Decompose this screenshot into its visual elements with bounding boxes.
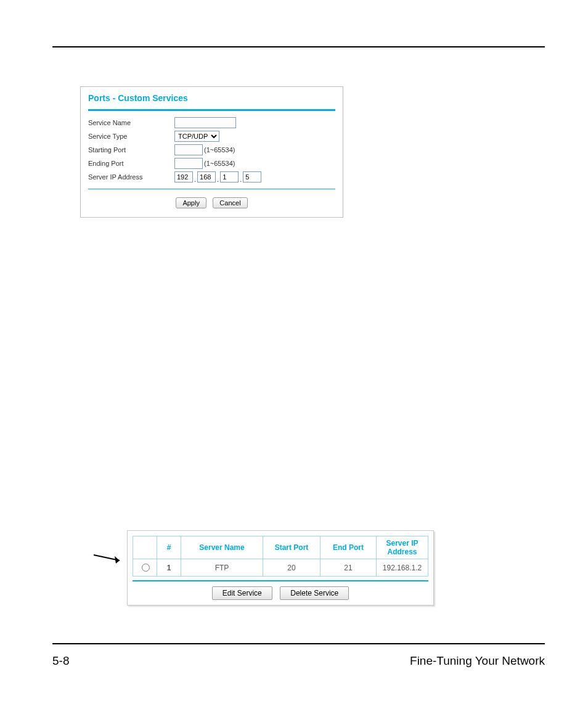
ip-octet-3[interactable] — [220, 171, 239, 183]
label-service-type: Service Type — [88, 133, 174, 140]
svg-marker-1 — [115, 556, 120, 564]
ip-dot: . — [216, 176, 220, 183]
row-end-port: 21 — [321, 559, 377, 577]
starting-port-input[interactable] — [174, 144, 203, 155]
panel-title: Ports - Custom Services — [88, 93, 335, 109]
col-server-name: Server Name — [181, 536, 263, 559]
row-server-name: FTP — [181, 559, 263, 577]
top-rule — [52, 46, 545, 47]
custom-services-panel: Ports - Custom Services Service Name Ser… — [80, 86, 343, 218]
cancel-button[interactable]: Cancel — [213, 197, 247, 208]
label-server-ip: Server IP Address — [88, 173, 174, 181]
ip-dot: . — [239, 176, 243, 183]
col-server-ip: Server IP Address — [377, 536, 428, 559]
service-table-panel: # Server Name Start Port End Port Server… — [127, 530, 434, 605]
edit-service-button[interactable]: Edit Service — [212, 586, 272, 600]
document-page: 5-8 Fine-Tuning Your Network Ports - Cus… — [0, 0, 588, 706]
service-name-input[interactable] — [174, 117, 236, 128]
bottom-rule — [52, 643, 545, 644]
ip-octet-2[interactable] — [197, 171, 216, 183]
delete-service-button[interactable]: Delete Service — [280, 586, 349, 600]
divider — [88, 189, 335, 189]
row-server-ip: 192.168.1.2 — [377, 559, 428, 577]
page-number: 5-8 — [52, 654, 69, 668]
ip-dot: . — [193, 176, 197, 183]
button-row: Apply Cancel — [88, 194, 335, 212]
port-range-hint: (1~65534) — [204, 146, 235, 154]
row-ending-port: Ending Port (1~65534) — [88, 158, 335, 169]
divider — [133, 580, 428, 581]
ip-octet-4[interactable] — [243, 171, 261, 183]
row-server-ip: Server IP Address . . . — [88, 171, 335, 183]
divider — [88, 109, 335, 111]
service-buttons: Edit Service Delete Service — [133, 586, 428, 600]
ending-port-input[interactable] — [174, 158, 203, 169]
table-row: 1 FTP 20 21 192.168.1.2 — [133, 559, 428, 577]
col-num: # — [157, 536, 181, 559]
label-service-name: Service Name — [88, 119, 174, 126]
port-range-hint-2: (1~65534) — [204, 160, 235, 167]
ip-octet-1[interactable] — [174, 171, 193, 183]
row-service-name: Service Name — [88, 117, 335, 128]
row-starting-port: Starting Port (1~65534) — [88, 144, 335, 155]
row-select-radio[interactable] — [142, 564, 150, 572]
arrow-icon — [92, 552, 127, 568]
service-table: # Server Name Start Port End Port Server… — [133, 536, 428, 577]
table-header-row: # Server Name Start Port End Port Server… — [133, 536, 428, 559]
row-service-type: Service Type TCP/UDP — [88, 131, 335, 142]
row-start-port: 20 — [263, 559, 321, 577]
label-starting-port: Starting Port — [88, 146, 174, 154]
row-index: 1 — [157, 559, 181, 577]
label-ending-port: Ending Port — [88, 160, 174, 167]
col-end-port: End Port — [321, 536, 377, 559]
apply-button[interactable]: Apply — [176, 197, 206, 208]
service-type-select[interactable]: TCP/UDP — [174, 131, 219, 142]
col-start-port: Start Port — [263, 536, 321, 559]
section-title: Fine-Tuning Your Network — [410, 654, 545, 668]
col-select — [133, 536, 157, 559]
